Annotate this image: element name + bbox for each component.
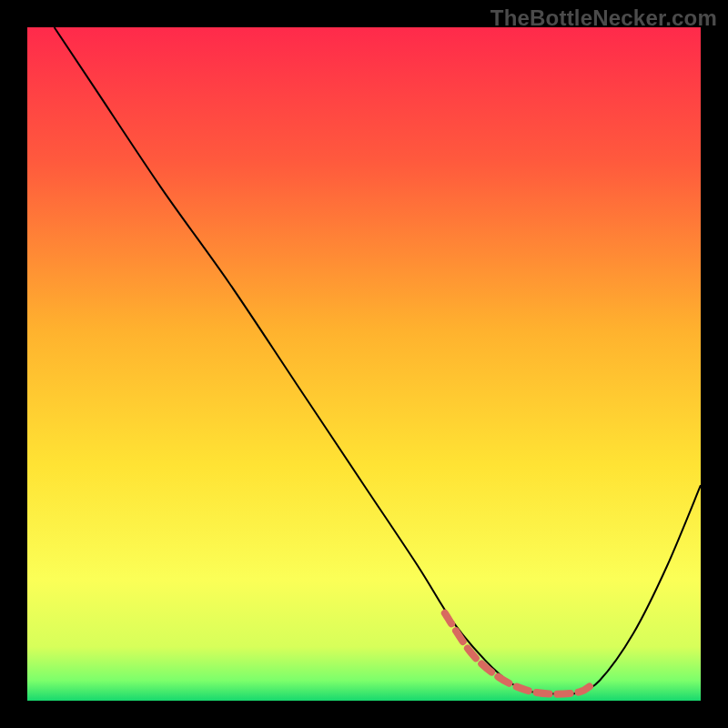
attribution-label: TheBottleNecker.com [490,5,717,31]
plot-area [27,27,701,701]
chart-svg [27,27,701,701]
gradient-background [27,27,701,701]
chart-frame: TheBottleNecker.com [0,0,728,728]
